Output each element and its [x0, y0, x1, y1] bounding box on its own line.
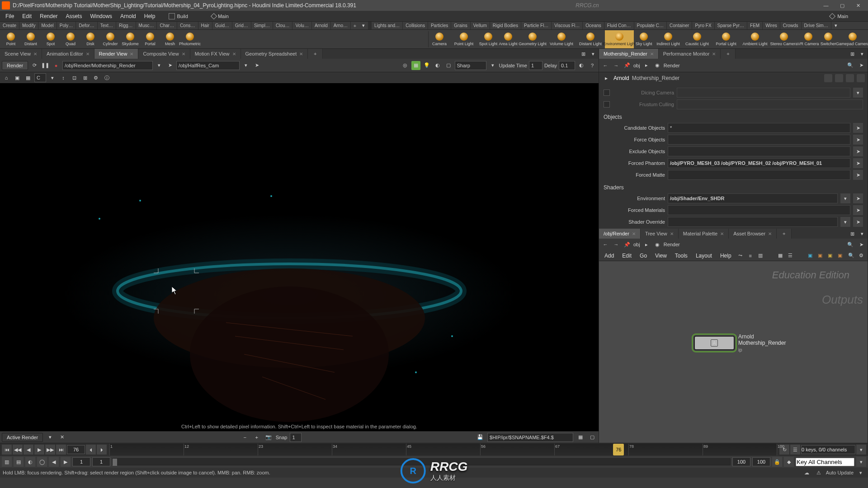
- close-icon[interactable]: ✕: [712, 52, 716, 56]
- picker-icon[interactable]: ➤: [853, 217, 863, 227]
- parm-path-name[interactable]: Render: [664, 63, 680, 68]
- range-icon-4[interactable]: ◯: [37, 457, 47, 467]
- shelf-tab-right-2[interactable]: Particles: [428, 22, 451, 29]
- pane-add-tab[interactable]: +: [308, 49, 323, 59]
- prev-key-icon[interactable]: ⏴: [86, 445, 96, 455]
- dicing-camera-field[interactable]: [677, 88, 850, 98]
- auto-update-label[interactable]: Auto Update: [826, 470, 854, 475]
- search-icon[interactable]: 🔍: [846, 61, 855, 70]
- exclude-objects-field[interactable]: [668, 146, 850, 156]
- node-mothership-render[interactable]: A Arnold Mothership_Render ip: [694, 333, 786, 352]
- arrow-icon[interactable]: ➤: [857, 240, 866, 249]
- tool-sky-light[interactable]: Sky Light: [634, 30, 654, 48]
- shelf-tab-right-3[interactable]: Grains: [451, 22, 470, 29]
- shelf-tab-right-8[interactable]: Oceans: [583, 22, 604, 29]
- range-handle-start[interactable]: [113, 459, 117, 466]
- node-body[interactable]: A: [694, 336, 735, 350]
- shader-override-field[interactable]: [668, 217, 838, 227]
- close-icon[interactable]: ✕: [182, 52, 185, 56]
- refresh-icon[interactable]: ⟳: [30, 61, 39, 70]
- camera-path[interactable]: [176, 61, 240, 70]
- snap-value[interactable]: [290, 433, 302, 442]
- pixel-filter[interactable]: [455, 61, 486, 70]
- tab-scene-view[interactable]: Scene View✕: [0, 49, 42, 59]
- play-back-icon[interactable]: ◀: [24, 445, 33, 455]
- tool-point-light[interactable]: Point Light: [449, 30, 478, 48]
- range-icon-5[interactable]: ◀: [49, 457, 59, 467]
- snap-browse-icon[interactable]: ▦: [576, 433, 585, 442]
- tab-geometry-spreadsheet[interactable]: Geometry Spreadsheet✕: [241, 49, 308, 59]
- warning-icon[interactable]: ⚠: [814, 468, 823, 477]
- picker-icon[interactable]: ▾: [840, 217, 850, 227]
- range-icon-2[interactable]: ▤: [14, 457, 24, 467]
- flag-icon-1[interactable]: ▣: [806, 251, 815, 260]
- triangle-icon[interactable]: ▸: [602, 74, 611, 83]
- menu-file[interactable]: File: [2, 12, 18, 20]
- search-icon[interactable]: 🔍: [846, 240, 855, 249]
- home-icon[interactable]: ⌂: [2, 73, 11, 82]
- headlight-icon[interactable]: ◐: [433, 61, 442, 70]
- tool-vr-camera[interactable]: VR Camera: [798, 30, 818, 48]
- shelf-tab-right-4[interactable]: Vellum: [471, 22, 490, 29]
- filter-dropdown[interactable]: ▾: [488, 61, 497, 70]
- align-icon[interactable]: ≡: [746, 251, 755, 260]
- tool-environment-light[interactable]: Environment Light: [605, 30, 634, 48]
- tab-material-palette[interactable]: Material Palette✕: [679, 229, 729, 239]
- range-end[interactable]: [732, 457, 750, 466]
- flag-icon-2[interactable]: ▣: [816, 251, 825, 260]
- pane-maximize-icon[interactable]: ⊞: [848, 229, 857, 238]
- shelf-tab-left-0[interactable]: Create: [0, 22, 19, 29]
- tab-mothership-render[interactable]: Mothership_Render✕: [599, 49, 659, 59]
- shelf-tab-left-7[interactable]: Musc…: [136, 22, 157, 29]
- shelf-tab-right-11[interactable]: Container: [667, 22, 692, 29]
- nmenu-layout[interactable]: Layout: [692, 252, 716, 260]
- range-icon-3[interactable]: ◐: [25, 457, 35, 467]
- desktop-selector-build[interactable]: Build: [169, 13, 188, 19]
- pin-icon[interactable]: 📌: [623, 61, 632, 70]
- goto-end-icon[interactable]: ⏭: [56, 445, 66, 455]
- back-icon[interactable]: ←: [601, 240, 610, 249]
- tab-tree-view[interactable]: Tree View✕: [641, 229, 679, 239]
- render-view[interactable]: /obj/Render/Mothership_Render Arnold 6.0…: [0, 83, 599, 431]
- nmenu-help[interactable]: Help: [717, 252, 735, 260]
- nmenu-edit[interactable]: Edit: [618, 252, 635, 260]
- play-fwd-icon[interactable]: ▶: [34, 445, 44, 455]
- pane-menu-icon[interactable]: ▾: [858, 229, 867, 238]
- pause-icon[interactable]: ❚❚: [41, 61, 50, 70]
- brush-icon[interactable]: ▦: [411, 61, 420, 70]
- tool-geometry-light[interactable]: Geometry Light: [518, 30, 547, 48]
- wire-icon[interactable]: ⤳: [736, 251, 745, 260]
- back-icon[interactable]: ←: [601, 61, 610, 70]
- arrow-icon[interactable]: ➤: [165, 61, 175, 70]
- list-view-icon[interactable]: ☰: [786, 251, 795, 260]
- search-icon[interactable]: 🔍: [847, 251, 856, 260]
- picker-icon[interactable]: ➤: [853, 123, 863, 133]
- nmenu-view[interactable]: View: [651, 252, 670, 260]
- goto-start-icon[interactable]: ⏮: [2, 445, 12, 455]
- denoise-icon[interactable]: ▢: [444, 61, 453, 70]
- network-view[interactable]: Education Edition Outputs A Arnold Mothe…: [599, 261, 868, 443]
- forced-materials-field[interactable]: [668, 205, 850, 215]
- update-time-value[interactable]: [529, 61, 542, 70]
- gear-icon[interactable]: [824, 74, 832, 82]
- fullscreen-icon[interactable]: ▣: [13, 73, 22, 82]
- range-start[interactable]: [92, 457, 110, 466]
- focus-icon[interactable]: ◎: [401, 61, 410, 70]
- auto-update-dropdown[interactable]: ▾: [856, 468, 865, 477]
- shelf-tab-left-6[interactable]: Rigg…: [116, 22, 136, 29]
- tool-cylinder[interactable]: Cylinder: [100, 30, 120, 48]
- shelf-tab-left-11[interactable]: Guid…: [212, 22, 232, 29]
- picker-icon[interactable]: ➤: [853, 193, 863, 203]
- camera-icon[interactable]: 📷: [264, 433, 273, 442]
- tool-volume-light[interactable]: Volume Light: [547, 30, 576, 48]
- global-end[interactable]: [752, 457, 770, 466]
- environment-field[interactable]: [668, 193, 838, 203]
- render-button[interactable]: Render: [2, 61, 28, 70]
- layout-icon[interactable]: ▥: [756, 251, 765, 260]
- close-icon[interactable]: ✕: [33, 52, 37, 56]
- shelf-tab-left-13[interactable]: Simpl…: [251, 22, 273, 29]
- next-key-icon[interactable]: ⏵: [97, 445, 107, 455]
- help-icon[interactable]: [857, 74, 865, 82]
- gear-icon[interactable]: ⚙: [91, 73, 100, 82]
- channels-dropdown[interactable]: ▾: [856, 445, 866, 455]
